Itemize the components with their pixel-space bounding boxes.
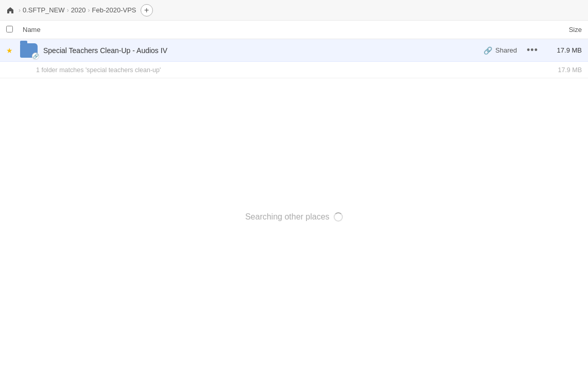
breadcrumb-separator-3: › [88,7,90,14]
column-header: Name Size [0,21,588,39]
link-overlay-icon: 🔗 [32,53,39,60]
summary-text: 1 folder matches 'special teachers clean… [36,66,558,74]
breadcrumb-separator-2: › [67,7,69,14]
breadcrumb-item-sftp[interactable]: 0.SFTP_NEW [23,6,65,14]
breadcrumb-item-feb[interactable]: Feb-2020-VPS [92,6,136,14]
file-name-label: Special Teachers Clean-Up - Audios IV [43,46,483,55]
star-icon[interactable]: ★ [6,46,16,55]
searching-area: Searching other places [0,212,588,222]
breadcrumb-separator-1: › [19,7,21,14]
shared-badge-area: 🔗 Shared [483,46,517,55]
folder-icon: 🔗 [20,41,38,60]
searching-text: Searching other places [245,212,330,222]
breadcrumb-item-2020[interactable]: 2020 [71,6,86,14]
name-column-header[interactable]: Name [23,26,541,33]
summary-row: 1 folder matches 'special teachers clean… [0,62,588,78]
home-button[interactable] [6,6,14,14]
size-column-header[interactable]: Size [541,26,582,33]
file-size-value: 17.9 MB [546,46,582,54]
share-icon: 🔗 [483,46,492,55]
summary-size: 17.9 MB [558,66,582,74]
shared-label: Shared [495,46,517,54]
select-all-checkbox[interactable] [6,26,13,32]
add-breadcrumb-button[interactable]: + [141,4,153,16]
table-row[interactable]: ★ 🔗 Special Teachers Clean-Up - Audios I… [0,39,588,62]
home-icon [6,6,14,14]
loading-spinner [334,212,343,222]
select-all-checkbox-col[interactable] [6,26,19,34]
breadcrumb-bar: › 0.SFTP_NEW › 2020 › Feb-2020-VPS + [0,0,588,21]
more-options-button[interactable]: ••• [525,43,540,58]
